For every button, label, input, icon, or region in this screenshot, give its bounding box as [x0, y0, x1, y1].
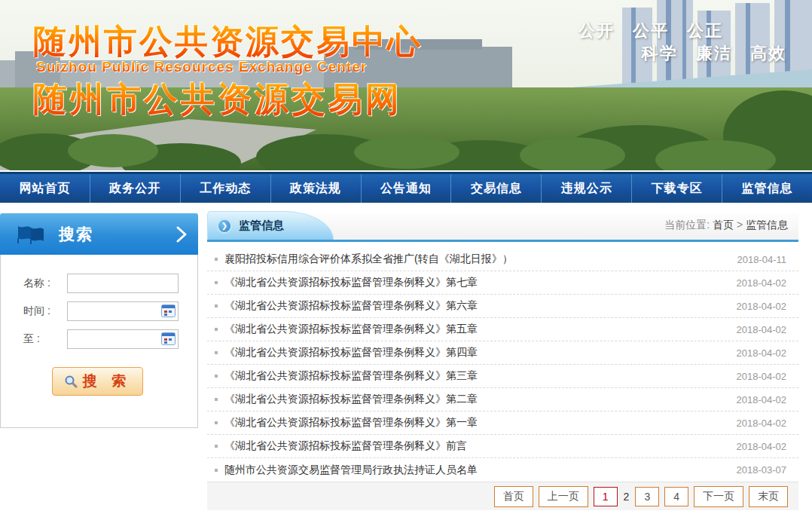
bullet-icon — [215, 351, 218, 354]
breadcrumb-home-link[interactable]: 首页 — [713, 219, 734, 231]
article-date: 2018-04-02 — [737, 301, 787, 312]
calendar-icon[interactable] — [161, 304, 176, 317]
article-link[interactable]: 《湖北省公共资源招标投标监督管理条例释义》第五章 — [224, 323, 728, 336]
pagination-prev-button[interactable]: 上一页 — [539, 486, 588, 507]
content-area: 搜索 名称 : 时间 : — [0, 203, 812, 510]
flag-icon — [17, 224, 45, 245]
bullet-icon — [215, 375, 218, 378]
article-date: 2018-04-02 — [737, 347, 787, 359]
list-item: 《湖北省公共资源招标投标监督管理条例释义》第四章2018-04-02 — [207, 341, 798, 365]
date-to-label: 至 : — [23, 332, 67, 346]
nav-item-downloads[interactable]: 下载专区 — [632, 174, 722, 203]
search-button[interactable]: 搜 索 — [52, 367, 143, 396]
article-link[interactable]: 《湖北省公共资源招标投标监督管理条例释义》前言 — [224, 439, 728, 453]
name-field-label: 名称 : — [23, 277, 67, 290]
bullet-icon — [215, 258, 218, 261]
list-item: 《湖北省公共资源招标投标监督管理条例释义》第三章2018-04-02 — [207, 365, 798, 388]
bullet-icon — [215, 421, 218, 424]
bullet-icon — [215, 398, 218, 401]
article-date: 2018-04-02 — [737, 441, 787, 452]
section-header: ❯ 监管信息 当前位置: 首页 > 监管信息 — [207, 213, 798, 242]
search-panel-header: 搜索 — [0, 213, 198, 255]
name-field-row: 名称 : — [1, 273, 197, 294]
article-date: 2018-04-02 — [737, 418, 787, 429]
list-item: 《湖北省公共资源招标投标监督管理条例释义》第六章2018-04-02 — [207, 295, 798, 318]
list-item: 襄阳招投标信用综合评价体系拟全省推广(转自《湖北日报》）2018-04-11 — [207, 248, 798, 271]
slogan-line1: 公开 公平 公正 — [578, 20, 723, 42]
site-title-cn: 随州市公共资源交易中心 — [33, 20, 423, 64]
article-link[interactable]: 《湖北省公共资源招标投标监督管理条例释义》第四章 — [224, 346, 728, 359]
article-date: 2018-03-07 — [737, 464, 787, 476]
bullet-icon — [215, 328, 218, 331]
list-item: 《湖北省公共资源招标投标监督管理条例释义》第五章2018-04-02 — [207, 318, 798, 341]
site-title2-cn: 随州市公共资源交易网 — [33, 77, 402, 122]
article-list: 襄阳招投标信用综合评价体系拟全省推广(转自《湖北日报》）2018-04-11 《… — [207, 242, 798, 482]
pagination-next-button[interactable]: 下一页 — [694, 486, 743, 507]
article-date: 2018-04-02 — [737, 394, 787, 405]
article-link[interactable]: 《湖北省公共资源招标投标监督管理条例释义》第七章 — [224, 276, 728, 289]
date-from-row: 时间 : — [1, 301, 197, 322]
search-button-label: 搜 索 — [83, 372, 131, 391]
search-panel-title: 搜索 — [59, 224, 174, 245]
main-nav: 网站首页 政务公开 工作动态 政策法规 公告通知 交易信息 违规公示 下载专区 … — [0, 172, 812, 203]
breadcrumb: 当前位置: 首页 > 监管信息 — [664, 219, 798, 240]
nav-item-notices[interactable]: 公告通知 — [362, 174, 452, 203]
bullet-icon — [215, 445, 218, 448]
article-link[interactable]: 随州市公共资源交易监督管理局行政执法持证人员名单 — [224, 464, 728, 477]
list-item: 《湖北省公共资源招标投标监督管理条例释义》第二章2018-04-02 — [207, 388, 798, 412]
pagination-page-1-current[interactable]: 1 — [594, 487, 618, 506]
section-tab: ❯ 监管信息 — [207, 211, 334, 240]
pagination-page-3[interactable]: 3 — [635, 487, 659, 506]
search-form: 名称 : 时间 : 至 — [0, 255, 198, 428]
bullet-icon — [215, 469, 218, 472]
article-link[interactable]: 《湖北省公共资源招标投标监督管理条例释义》第一章 — [224, 416, 728, 430]
search-sidebar: 搜索 名称 : 时间 : — [0, 213, 198, 428]
magnifier-icon — [64, 375, 78, 388]
chevron-right-icon — [174, 225, 189, 244]
list-item: 《湖北省公共资源招标投标监督管理条例释义》第一章2018-04-02 — [207, 412, 798, 435]
circle-arrow-icon: ❯ — [217, 219, 232, 234]
nav-item-trade-info[interactable]: 交易信息 — [451, 174, 542, 203]
article-link[interactable]: 《湖北省公共资源招标投标监督管理条例释义》第二章 — [224, 393, 728, 406]
article-date: 2018-04-11 — [737, 254, 786, 265]
nav-item-policies[interactable]: 政策法规 — [271, 174, 362, 203]
nav-item-home[interactable]: 网站首页 — [0, 174, 90, 203]
pagination-first-button[interactable]: 首页 — [494, 486, 533, 507]
article-date: 2018-04-02 — [737, 371, 787, 382]
pagination-page-4[interactable]: 4 — [664, 487, 688, 506]
article-date: 2018-04-02 — [737, 324, 787, 335]
section-tab-label: 监管信息 — [239, 219, 284, 233]
pagination-last-button[interactable]: 末页 — [749, 486, 788, 507]
nav-item-gov-info[interactable]: 政务公开 — [90, 174, 181, 203]
bullet-icon — [215, 304, 218, 307]
article-link[interactable]: 襄阳招投标信用综合评价体系拟全省推广(转自《湖北日报》） — [224, 252, 728, 266]
article-link[interactable]: 《湖北省公共资源招标投标监督管理条例释义》第六章 — [224, 299, 728, 313]
breadcrumb-prefix: 当前位置: — [664, 219, 710, 231]
list-item: 随州市公共资源交易监督管理局行政执法持证人员名单2018-03-07 — [207, 458, 798, 482]
article-date: 2018-04-02 — [737, 277, 787, 289]
breadcrumb-separator: > — [737, 219, 743, 231]
name-input[interactable] — [67, 274, 179, 293]
date-to-row: 至 : — [1, 329, 197, 350]
pagination-page-2[interactable]: 2 — [623, 491, 630, 503]
nav-item-supervision[interactable]: 监管信息 — [722, 174, 812, 203]
breadcrumb-current: 监管信息 — [746, 219, 788, 231]
article-link[interactable]: 《湖北省公共资源招标投标监督管理条例释义》第三章 — [224, 369, 728, 383]
main-panel: ❯ 监管信息 当前位置: 首页 > 监管信息 襄阳招投标信用综合评价体系拟全省推… — [207, 213, 798, 510]
bullet-icon — [215, 281, 218, 284]
banner: 随州市公共资源交易中心 Suizhou Public Resources Exc… — [0, 0, 812, 170]
site-title-en: Suizhou Public Resources Exchange Center — [36, 59, 367, 75]
calendar-icon[interactable] — [161, 332, 176, 345]
list-item: 《湖北省公共资源招标投标监督管理条例释义》第七章2018-04-02 — [207, 271, 798, 295]
nav-item-work-news[interactable]: 工作动态 — [181, 174, 271, 203]
nav-item-violations[interactable]: 违规公示 — [542, 174, 632, 203]
pagination: 首页 上一页 1 2 3 4 下一页 末页 — [207, 482, 798, 510]
list-item: 《湖北省公共资源招标投标监督管理条例释义》前言2018-04-02 — [207, 435, 798, 458]
slogan-line2: 科学 廉洁 高效 — [642, 42, 786, 65]
date-from-label: 时间 : — [23, 304, 67, 318]
